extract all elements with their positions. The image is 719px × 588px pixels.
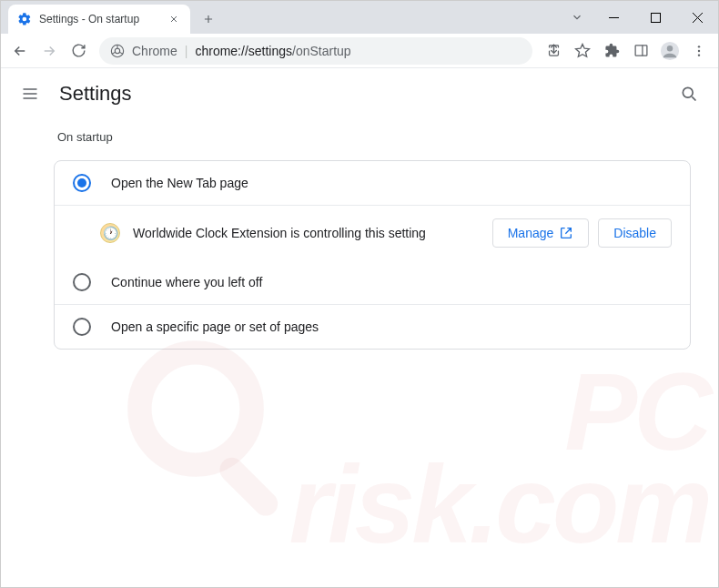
svg-point-5 <box>667 46 673 51</box>
new-tab-button[interactable] <box>196 6 221 32</box>
svg-point-7 <box>698 49 700 51</box>
svg-rect-0 <box>651 13 660 22</box>
url-host: chrome://settings <box>195 44 292 58</box>
chevron-down-icon[interactable] <box>562 1 592 34</box>
forward-button[interactable] <box>35 37 63 65</box>
page-title: Settings <box>59 82 132 106</box>
extensions-puzzle-icon[interactable] <box>598 37 625 65</box>
settings-topbar: Settings <box>1 68 718 119</box>
svg-point-6 <box>698 46 700 47</box>
option-label: Open the New Tab page <box>111 176 248 190</box>
extension-control-notice: 🕐 Worldwide Clock Extension is controlli… <box>55 205 690 260</box>
bookmark-star-icon[interactable] <box>569 37 596 65</box>
svg-point-9 <box>140 352 252 464</box>
svg-point-11 <box>683 87 693 97</box>
open-external-icon <box>559 226 573 240</box>
svg-rect-3 <box>635 46 647 56</box>
radio-continue[interactable] <box>73 273 91 291</box>
url-separator: | <box>185 44 188 58</box>
side-panel-icon[interactable] <box>627 37 654 65</box>
disable-button[interactable]: Disable <box>598 218 672 248</box>
main-content: On startup Open the New Tab page 🕐 World… <box>1 119 718 350</box>
maximize-button[interactable] <box>634 1 676 34</box>
option-label: Open a specific page or set of pages <box>111 319 319 334</box>
reload-button[interactable] <box>65 37 92 65</box>
url-scheme: Chrome <box>132 44 177 58</box>
url-path: /onStartup <box>292 44 351 58</box>
watermark-line1: PC <box>289 365 709 458</box>
radio-specific[interactable] <box>73 318 91 336</box>
option-continue[interactable]: Continue where you left off <box>55 260 690 304</box>
search-icon[interactable] <box>678 83 700 105</box>
svg-point-2 <box>115 48 119 53</box>
window-controls <box>562 1 718 34</box>
profile-avatar-icon[interactable] <box>656 37 684 65</box>
extension-message: Worldwide Clock Extension is controlling… <box>133 226 492 240</box>
tab-title: Settings - On startup <box>39 13 167 25</box>
option-new-tab[interactable]: Open the New Tab page <box>55 161 690 205</box>
tabs-area: Settings - On startup <box>1 1 562 34</box>
svg-point-8 <box>698 54 700 56</box>
watermark: PC risk.com <box>289 365 709 551</box>
section-title: On startup <box>57 130 691 144</box>
address-text: Chrome | chrome://settings/onStartup <box>132 44 351 58</box>
chrome-icon <box>110 44 125 58</box>
watermark-line2: risk.com <box>289 458 709 551</box>
disable-label: Disable <box>613 226 656 240</box>
manage-button[interactable]: Manage <box>492 218 590 248</box>
browser-tab[interactable]: Settings - On startup <box>8 5 190 34</box>
titlebar: Settings - On startup <box>1 1 718 34</box>
settings-gear-icon <box>17 12 32 26</box>
startup-options-card: Open the New Tab page 🕐 Worldwide Clock … <box>54 160 691 350</box>
share-icon[interactable] <box>540 37 567 65</box>
manage-label: Manage <box>508 226 554 240</box>
toolbar: Chrome | chrome://settings/onStartup <box>1 34 718 68</box>
svg-rect-10 <box>215 452 283 521</box>
menu-dots-icon[interactable] <box>685 37 713 65</box>
clock-extension-icon: 🕐 <box>100 223 120 243</box>
content-area: PC risk.com Settings On startup Open the… <box>1 68 718 587</box>
address-bar[interactable]: Chrome | chrome://settings/onStartup <box>99 37 532 65</box>
hamburger-menu-icon[interactable] <box>19 83 41 105</box>
option-specific-pages[interactable]: Open a specific page or set of pages <box>55 304 690 349</box>
minimize-button[interactable] <box>592 1 634 34</box>
radio-new-tab[interactable] <box>73 174 91 192</box>
close-tab-icon[interactable] <box>167 12 181 26</box>
close-window-button[interactable] <box>676 1 718 34</box>
back-button[interactable] <box>6 37 34 65</box>
option-label: Continue where you left off <box>111 275 262 289</box>
